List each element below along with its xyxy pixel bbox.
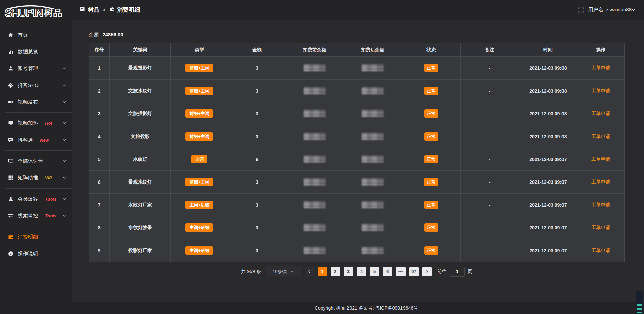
type-badge: 前缀+主词	[185, 178, 213, 186]
main-area: 树品 > 消费明细 用户名: zswodun88 余额: 24856.00 序号…	[72, 0, 644, 314]
table-body: 1景观投影灯前缀+主词3正常-2021-12-03 09:08工单申请2文旅水纹…	[89, 57, 625, 262]
page-button-1[interactable]: 1	[318, 267, 327, 276]
cell-keyword: 文旅水纹灯	[110, 80, 171, 102]
user-icon	[8, 66, 13, 71]
ticket-request-link[interactable]: 工单申请	[591, 248, 610, 253]
sidebar-item-home[interactable]: 首页	[0, 27, 72, 43]
sidebar-item-douyin-seo[interactable]: 抖音SEO	[0, 77, 72, 94]
masked-balance	[362, 224, 384, 231]
sidebar-item-label: 数据总览	[18, 49, 38, 55]
floating-widget[interactable]	[636, 291, 643, 314]
sidebar-item-label: 首页	[18, 32, 28, 38]
status-badge: 正常	[424, 246, 438, 255]
cell-status: 正常	[402, 194, 461, 216]
sidebar-nav: 首页数据总览账号管理抖音SEO视频发布视频加热Hot抖客通New全媒体运营矩阵助…	[0, 27, 72, 262]
page-button-3[interactable]: 3	[344, 267, 353, 276]
fullscreen-button[interactable]	[578, 7, 584, 13]
cell-before	[286, 239, 343, 262]
ticket-request-link[interactable]: 工单申请	[591, 88, 610, 93]
chevron-down-icon	[62, 176, 66, 180]
chevron-down-icon	[62, 138, 66, 142]
sidebar-item-account-manage[interactable]: 账号管理	[0, 60, 72, 77]
sidebar-item-tag: Hot	[45, 121, 52, 126]
cell-amount: 6	[228, 148, 286, 171]
username[interactable]: 用户名: zswodun88	[588, 7, 632, 13]
masked-balance	[304, 224, 326, 231]
page-size-select[interactable]: 10条/页	[266, 266, 301, 277]
cell-type: 前缀+主词	[171, 125, 228, 148]
cell-before	[286, 194, 343, 216]
sidebar-divider	[5, 112, 72, 113]
sidebar-item-label: 抖客通	[18, 137, 33, 143]
wallet-icon	[8, 234, 13, 240]
cell-status: 正常	[402, 102, 461, 125]
table-row: 7水纹灯厂家主词+后缀3正常-2021-12-03 09:07工单申请	[89, 194, 625, 216]
cell-status: 正常	[402, 80, 461, 102]
page-button-2[interactable]: 2	[331, 267, 340, 276]
sidebar-item-label: 矩阵助推	[18, 175, 38, 181]
chevron-down-icon	[62, 159, 66, 163]
status-badge: 正常	[424, 223, 438, 232]
ticket-request-link[interactable]: 工单申请	[591, 111, 610, 116]
page-button-5[interactable]: 5	[370, 267, 379, 276]
table-header-row: 序号关键词类型金额扣费前余额扣费后余额状态备注时间操作	[89, 43, 625, 57]
table-row: 8水纹灯效果主词+后缀3正常-2021-12-03 09:07工单申请	[89, 216, 625, 239]
masked-balance	[304, 87, 326, 94]
masked-balance	[362, 64, 384, 71]
sidebar-item-media-operation[interactable]: 全媒体运营	[0, 153, 72, 169]
masked-balance	[304, 178, 326, 186]
sidebar-item-help[interactable]: ?操作说明	[0, 245, 72, 262]
cell-time: 2021-12-03 09:07	[519, 171, 577, 194]
ticket-request-link[interactable]: 工单申请	[591, 156, 610, 162]
ticket-request-link[interactable]: 工单申请	[591, 134, 610, 139]
sidebar-item-consume-detail[interactable]: 消费明细	[0, 228, 72, 245]
cell-after	[343, 80, 402, 102]
cell-before	[286, 171, 343, 194]
question-icon: ?	[8, 251, 13, 256]
cell-time: 2021-12-03 09:07	[519, 239, 577, 262]
breadcrumb-app-icon-slot	[80, 7, 85, 13]
masked-balance	[304, 201, 326, 208]
ticket-request-link[interactable]: 工单申请	[591, 179, 610, 185]
column-header-after: 扣费后余额	[343, 43, 402, 57]
table-row: 3文旅投影灯前缀+主词3正常-2021-12-03 09:08工单申请	[89, 102, 625, 125]
page-button-4[interactable]: 4	[357, 267, 366, 276]
cell-note: -	[461, 57, 519, 80]
sidebar-item-clue-monitor[interactable]: 线索监控Tools	[0, 207, 72, 224]
breadcrumb: 树品 > 消费明细	[80, 6, 140, 14]
monitor-icon	[8, 158, 13, 164]
prev-page-button[interactable]	[305, 267, 314, 276]
cell-before	[286, 148, 343, 171]
cell-after	[343, 148, 402, 171]
chevron-down-icon	[62, 214, 66, 218]
ticket-request-link[interactable]: 工单申请	[591, 65, 610, 70]
cell-amount: 3	[228, 171, 286, 194]
cell-time: 2021-12-03 09:08	[519, 102, 577, 125]
cell-after	[343, 102, 402, 125]
sidebar-item-video-heat[interactable]: 视频加热Hot	[0, 115, 72, 132]
page-button-6[interactable]: 6	[383, 267, 392, 276]
cell-amount: 3	[228, 216, 286, 239]
goto-page-input[interactable]	[450, 267, 465, 277]
masked-balance	[304, 133, 326, 140]
sidebar-item-data-overview[interactable]: 数据总览	[0, 43, 72, 60]
next-page-button[interactable]	[422, 267, 432, 276]
sidebar-item-tag: New	[40, 138, 49, 143]
sidebar: SHUPIN 树品 首页数据总览账号管理抖音SEO视频发布视频加热Hot抖客通N…	[0, 0, 72, 314]
cell-note: -	[461, 148, 519, 171]
sidebar-item-video-publish[interactable]: 视频发布	[0, 94, 72, 110]
breadcrumb-item-root[interactable]: 树品	[88, 6, 99, 14]
more-pages-button[interactable]: •••	[396, 267, 406, 276]
masked-balance	[304, 247, 326, 254]
sidebar-item-member-baoke[interactable]: 会员爆客Tools	[0, 191, 72, 207]
ticket-request-link[interactable]: 工单申请	[591, 202, 610, 207]
chevron-down-icon	[632, 8, 635, 12]
sidebar-item-douketong[interactable]: 抖客通New	[0, 132, 72, 148]
page-button-97[interactable]: 97	[409, 267, 419, 276]
balance-label: 余额:	[89, 32, 100, 38]
cell-time: 2021-12-03 09:07	[519, 216, 577, 239]
sidebar-item-matrix-boost[interactable]: 矩阵助推VIP	[0, 169, 72, 186]
cell-type: 前缀+主词	[171, 171, 228, 194]
user-menu-chevron[interactable]	[634, 8, 635, 12]
ticket-request-link[interactable]: 工单申请	[591, 225, 610, 230]
